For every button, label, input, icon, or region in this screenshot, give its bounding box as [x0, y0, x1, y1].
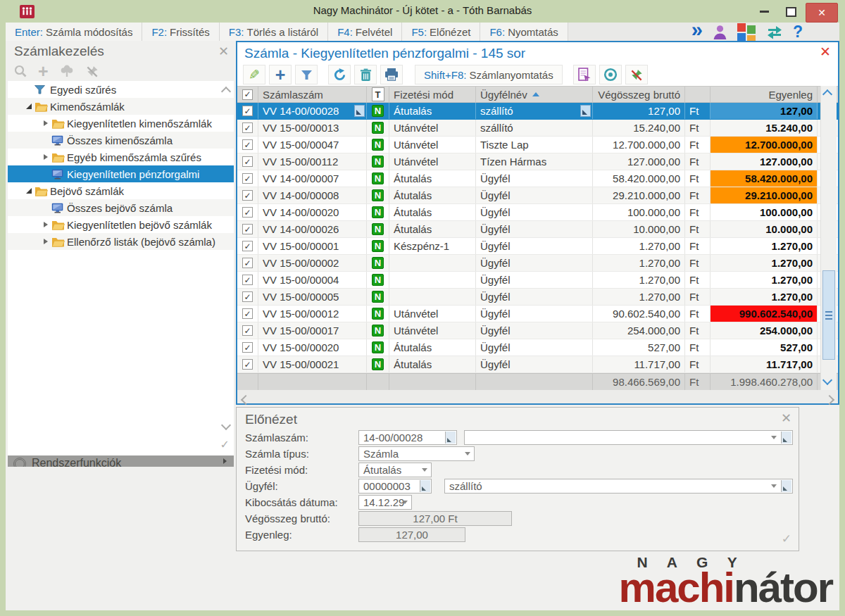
invoice-row[interactable]: VV 15-00/00020 N Átutalás Ügyfél 527,00 … [237, 339, 838, 356]
minimize-button[interactable] [753, 3, 775, 20]
row-checkbox[interactable] [237, 356, 258, 372]
row-checkbox[interactable] [237, 272, 258, 288]
invoice-row[interactable]: VV 15-00/00112 N Utánvétel Tízen Hármas … [237, 153, 838, 170]
row-checkbox[interactable] [237, 120, 258, 136]
row-checkbox[interactable] [237, 289, 258, 305]
tree-expander-icon[interactable] [40, 154, 51, 160]
dropdown-corner-button[interactable] [781, 480, 791, 492]
scroll-right-icon[interactable] [826, 394, 833, 406]
dropdown-corner-button[interactable] [781, 432, 791, 444]
scroll-down-icon[interactable] [824, 374, 831, 386]
column-header-gross[interactable]: Végösszeg bruttó [593, 87, 685, 102]
column-header-client[interactable]: Ügyfélnév [476, 87, 593, 102]
tree-icon[interactable] [60, 65, 74, 77]
scrollbar-thumb[interactable] [822, 270, 835, 360]
row-checkbox[interactable] [237, 204, 258, 220]
invoice-row[interactable]: VV 15-00/00004 N Ügyfél 1.270,00 Ft 1.27… [237, 272, 838, 289]
view-icon[interactable] [599, 65, 622, 84]
print-icon[interactable] [380, 65, 403, 84]
row-checkbox[interactable] [237, 221, 258, 237]
tree-item[interactable]: Egyéb kimenőszámla szűrés [8, 149, 234, 165]
invoice-row[interactable]: VV 15-00/00005 N Ügyfél 1.270,00 Ft 1.27… [237, 289, 838, 306]
issue-date-combo[interactable]: 14.12.29 [358, 495, 412, 510]
print-invoice-button[interactable]: Shift+F8: Számlanyomtatás [415, 65, 563, 84]
maximize-button[interactable] [780, 3, 801, 20]
invoice-row[interactable]: VV 15-00/00017 N Utánvétel Ügyfél 254.00… [237, 322, 838, 339]
function-key-button[interactable]: F6: Nyomtatás [480, 23, 568, 41]
client-code-input[interactable]: 00000003 [358, 479, 432, 494]
tree-item[interactable]: Egyedi szűrés [8, 81, 234, 98]
search-icon[interactable] [14, 65, 27, 77]
row-checkbox[interactable] [237, 153, 258, 170]
invoice-number-input[interactable]: 14-00/00028 [358, 430, 457, 445]
add-icon[interactable]: + [269, 65, 292, 84]
scroll-up-icon[interactable] [824, 88, 831, 101]
report-icon[interactable] [573, 65, 596, 84]
invoice-row[interactable]: VV 14-00/00026 N Átutalás Ügyfél 10.000,… [237, 221, 838, 238]
sync-icon[interactable] [765, 25, 784, 39]
function-key-button[interactable]: F4: Felvétel [328, 23, 402, 41]
filter-icon[interactable] [295, 65, 318, 84]
close-button[interactable] [806, 3, 838, 23]
refresh-icon[interactable] [328, 65, 351, 84]
unpin-icon[interactable] [85, 65, 99, 78]
select-all-checkbox[interactable] [237, 87, 258, 102]
function-key-button[interactable]: Enter: Számla módosítás [6, 23, 142, 41]
edit-icon[interactable]: ✎ [243, 65, 265, 84]
preview-close-icon[interactable]: ✕ [781, 410, 791, 426]
tree-item[interactable]: Kiegyenlítetlen kimenőszámlák [8, 115, 234, 132]
invoice-row[interactable]: VV 14-00/00007 N Átutalás Ügyfél 58.420.… [237, 170, 838, 187]
horizontal-scrollbar[interactable] [237, 390, 838, 403]
column-header-balance[interactable]: Egyenleg [711, 87, 818, 102]
client-name-combo[interactable]: szállító [444, 479, 793, 494]
tree-item[interactable]: Kiegyenlítetlen pénzforgalmi [8, 165, 234, 182]
tree-expander-icon[interactable] [23, 103, 35, 109]
invoice-row[interactable]: VV 14-00/00028 N Átutalás szállító 127,0… [237, 103, 838, 120]
invoice-row[interactable]: VV 14-00/00008 N Átutalás Ügyfél 29.210.… [237, 187, 838, 204]
payment-method-combo[interactable]: Átutalás [358, 463, 432, 477]
dropdown-corner-button[interactable] [420, 480, 430, 492]
add-icon[interactable]: + [38, 64, 49, 78]
row-checkbox[interactable] [237, 137, 258, 153]
dropdown-corner-button[interactable] [445, 432, 456, 444]
dropdown-corner-button[interactable] [580, 105, 591, 117]
row-checkbox[interactable] [237, 187, 258, 203]
column-header-number[interactable]: Számlaszám [258, 87, 367, 102]
function-key-button[interactable]: F5: Előnézet [402, 23, 480, 41]
row-checkbox[interactable] [237, 170, 258, 187]
invoice-number-combo[interactable] [464, 430, 793, 445]
tree-item[interactable]: Bejövő számlák [8, 182, 234, 199]
row-checkbox[interactable] [237, 238, 258, 254]
function-key-button[interactable]: F2: Frissítés [142, 23, 219, 41]
help-icon[interactable]: ? [793, 24, 803, 39]
invoice-type-combo[interactable]: Számla [358, 446, 475, 461]
delete-icon[interactable] [354, 65, 377, 84]
row-checkbox[interactable] [237, 306, 258, 322]
vertical-scrollbar[interactable] [820, 86, 837, 390]
tree-expander-icon[interactable] [23, 188, 35, 194]
sidebar-close-icon[interactable]: ✕ [218, 44, 229, 59]
column-header-payment[interactable]: Fizetési mód [389, 87, 476, 102]
scroll-left-icon[interactable] [242, 394, 249, 406]
row-checkbox[interactable] [237, 339, 258, 356]
tree-expander-icon[interactable] [40, 239, 51, 244]
invoice-row[interactable]: VV 14-00/00020 N Átutalás Ügyfél 100.000… [237, 204, 838, 221]
invoice-panel-close-icon[interactable]: ✕ [820, 44, 831, 60]
tree-item[interactable]: Ellenőrző listák (bejövő számla) [8, 233, 234, 250]
row-checkbox[interactable] [237, 255, 258, 271]
tree-item[interactable]: Összes kimenőszámla [8, 132, 234, 149]
invoice-row[interactable]: VV 15-00/00021 N Átutalás Ügyfél 11.717,… [237, 356, 838, 373]
sidebar-scroll-up-icon[interactable] [223, 85, 230, 98]
invoice-row[interactable]: VV 15-00/00002 N Ügyfél 1.270,00 Ft 1.27… [237, 255, 838, 272]
column-header-type[interactable]: T [367, 87, 389, 102]
tree-expander-icon[interactable] [40, 222, 51, 227]
invoice-row[interactable]: VV 15-00/00047 N Utánvétel Tiszte Lap 12… [237, 137, 838, 153]
unpin-icon[interactable] [625, 65, 648, 84]
tree-item[interactable]: Összes bejövő számla [8, 199, 234, 216]
invoice-row[interactable]: VV 15-00/00013 N Utánvétel szállító 15.2… [237, 120, 838, 137]
sidebar-scroll-down-icon[interactable] [223, 419, 230, 432]
row-checkbox[interactable] [237, 103, 258, 119]
dropdown-corner-button[interactable] [354, 105, 365, 117]
sidebar-footer-bar[interactable]: Rendszerfunkciók [8, 455, 234, 467]
row-checkbox[interactable] [237, 322, 258, 339]
